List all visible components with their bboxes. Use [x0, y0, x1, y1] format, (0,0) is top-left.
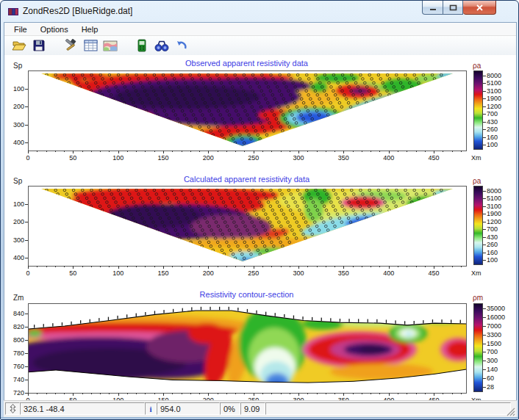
axis-tick-mark: [483, 198, 486, 199]
menu-file[interactable]: File: [7, 23, 34, 35]
axis-tick-mark: [73, 151, 74, 153]
resize-grip[interactable]: [506, 407, 515, 416]
axis-tick-mark: [483, 387, 486, 388]
open-file-button[interactable]: [10, 37, 28, 54]
axis-tick-mark: [127, 393, 128, 394]
axis-tick-mark: [37, 393, 37, 394]
close-button[interactable]: [463, 1, 496, 15]
axis-tick-label: 200: [201, 154, 215, 162]
axis-tick-mark: [434, 151, 434, 153]
axis-tick-mark: [416, 393, 417, 394]
model-map-button[interactable]: [101, 37, 119, 54]
axis-tick-mark: [271, 151, 272, 152]
axis-tick-mark: [118, 393, 119, 396]
axis-tick-mark: [199, 266, 200, 267]
axis-tick-label: 100: [487, 141, 509, 148]
axis-tick-mark: [483, 369, 486, 370]
axis-tick-label: 820: [7, 323, 24, 330]
axis-tick-mark: [371, 266, 371, 267]
axis-tick-mark: [109, 151, 110, 152]
axis-tick-mark: [46, 393, 47, 394]
observed-pseudosection-plot[interactable]: [28, 70, 467, 151]
axis-tick-mark: [235, 151, 236, 152]
axis-tick-mark: [28, 266, 29, 269]
save-button[interactable]: [30, 37, 48, 54]
axis-tick-mark: [190, 266, 191, 267]
axis-tick-label: 740: [7, 376, 24, 383]
colorbar-label: ρm: [473, 294, 483, 302]
axis-tick-mark: [425, 266, 426, 267]
minimize-button[interactable]: [422, 1, 443, 15]
axis-tick-mark: [353, 151, 354, 152]
menu-options[interactable]: Options: [34, 23, 75, 35]
axis-tick-label: 430: [487, 118, 509, 126]
menu-help[interactable]: Help: [75, 23, 105, 35]
axis-tick-mark: [483, 308, 486, 309]
floppy-disk-icon: [32, 39, 46, 52]
axis-tick-mark: [28, 393, 29, 396]
axis-tick-mark: [208, 266, 209, 269]
axis-tick-mark: [483, 98, 486, 99]
axis-tick-mark: [154, 266, 155, 267]
axis-tick-mark: [326, 151, 326, 152]
axis-tick-label: 100: [111, 269, 126, 277]
axis-tick-mark: [262, 266, 263, 267]
axis-tick-mark: [118, 151, 119, 153]
axis-tick-mark: [290, 151, 290, 152]
axis-tick-mark: [434, 266, 434, 269]
axis-tick-label: 430: [487, 233, 509, 241]
axis-tick-mark: [37, 266, 37, 267]
title-bar[interactable]: ZondRes2D [BlueRidge.dat]: [1, 1, 518, 22]
axis-tick-mark: [353, 266, 354, 267]
axis-tick-mark: [483, 344, 486, 344]
axis-tick-mark: [483, 378, 486, 379]
axis-tick-mark: [55, 393, 56, 394]
axis-tick-mark: [379, 266, 380, 267]
status-empty-field: [265, 402, 511, 415]
axis-tick-mark: [343, 266, 344, 269]
axis-tick-mark: [371, 151, 371, 152]
settings-button[interactable]: [62, 37, 79, 54]
axis-tick-mark: [281, 266, 282, 267]
axis-tick-mark: [483, 253, 486, 253]
axis-tick-mark: [154, 151, 155, 152]
axis-tick-mark: [281, 393, 282, 394]
axis-tick-mark: [483, 361, 486, 361]
axis-tick-mark: [317, 151, 318, 152]
axis-tick-mark: [334, 393, 335, 394]
axis-tick-mark: [307, 393, 308, 394]
maximize-button[interactable]: [443, 1, 463, 15]
search-button[interactable]: [153, 37, 171, 54]
axis-tick-mark: [483, 145, 486, 145]
axis-tick-mark: [136, 393, 137, 394]
app-icon: [7, 6, 19, 18]
axis-tick-mark: [326, 393, 326, 394]
axis-tick-label: 300: [487, 357, 509, 364]
axis-tick-mark: [343, 151, 344, 153]
colorbar-label: ρa: [473, 62, 481, 70]
axis-tick-mark: [461, 393, 462, 394]
axis-tick-mark: [82, 266, 83, 267]
axis-tick-mark: [262, 151, 263, 152]
axis-tick-mark: [226, 393, 227, 394]
axis-tick-mark: [483, 237, 486, 238]
observed-colorbar: [473, 70, 483, 150]
calculated-heatmap: [29, 187, 466, 266]
info-icon: i: [145, 402, 157, 415]
chart-title-calculated: Calculated apparent resistivity data: [28, 175, 465, 184]
axis-tick-mark: [483, 129, 486, 130]
axis-tick-label: 350: [336, 154, 351, 162]
calculated-pseudosection-plot[interactable]: [28, 186, 467, 267]
axis-tick-mark: [425, 151, 426, 152]
run-inversion-button[interactable]: [133, 37, 151, 54]
axis-tick-mark: [118, 266, 119, 269]
axis-tick-mark: [483, 222, 486, 222]
undo-button[interactable]: [173, 37, 190, 54]
data-table-button[interactable]: [82, 37, 99, 54]
axis-tick-mark: [298, 151, 299, 153]
model-section-plot[interactable]: [28, 303, 467, 394]
axis-tick-label: 400: [7, 139, 24, 146]
axis-tick-mark: [25, 222, 28, 222]
axis-tick-mark: [389, 151, 390, 153]
axis-tick-mark: [218, 266, 218, 267]
